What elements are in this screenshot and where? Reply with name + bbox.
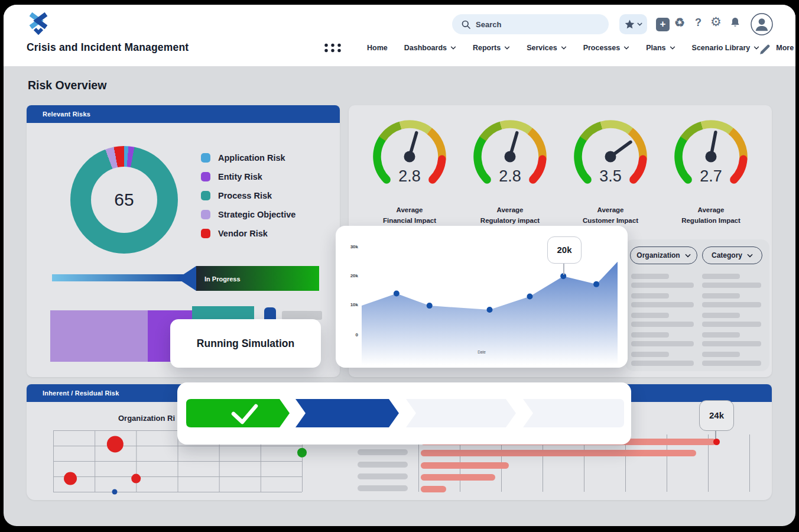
skeleton-bar bbox=[702, 361, 761, 366]
trend-area-chart bbox=[336, 226, 628, 368]
nav-item-processes[interactable]: Processes bbox=[583, 44, 630, 52]
skeleton-bar bbox=[631, 341, 694, 346]
app-title: Crisis and Incident Management bbox=[27, 41, 189, 54]
trend-tooltip: 20k bbox=[547, 236, 582, 264]
nav-item-dashboards[interactable]: Dashboards bbox=[404, 44, 456, 52]
nav-label: Home bbox=[367, 44, 388, 52]
skeleton-bar bbox=[631, 283, 694, 288]
app-logo bbox=[27, 12, 50, 39]
gauge-chart: 3.5 bbox=[566, 117, 655, 203]
nav-label: Plans bbox=[646, 44, 665, 52]
nav-item-home[interactable]: Home bbox=[367, 44, 388, 52]
add-icon[interactable]: + bbox=[656, 18, 670, 31]
residual-bar bbox=[421, 486, 446, 492]
running-simulation-card: Running Simulation bbox=[170, 319, 321, 368]
recycle-icon[interactable]: ♻︎ bbox=[674, 15, 685, 30]
skeleton-bar bbox=[702, 293, 740, 299]
donut-legend: Application RiskEntity RiskProcess RiskS… bbox=[201, 153, 295, 238]
chevron-down-icon bbox=[685, 254, 691, 258]
gauge-average-customer-impact: 3.5AverageCustomer Impact bbox=[560, 117, 661, 226]
gauge-value: 2.8 bbox=[398, 167, 421, 185]
nav-item-plans[interactable]: Plans bbox=[646, 44, 675, 52]
trend-tooltip-connector bbox=[563, 263, 564, 275]
legend-item-process-risk: Process Risk bbox=[201, 190, 295, 200]
skeleton-bar bbox=[702, 332, 740, 338]
nav-label: Dashboards bbox=[404, 44, 447, 52]
notifications-bell-icon[interactable] bbox=[729, 17, 741, 31]
search-input[interactable]: Search bbox=[452, 14, 609, 34]
help-icon[interactable]: ? bbox=[695, 17, 701, 29]
category-dropdown[interactable]: Category bbox=[702, 246, 762, 264]
skeleton-bar bbox=[631, 313, 669, 318]
organization-dropdown[interactable]: Organization bbox=[630, 246, 697, 264]
nav-label: Reports bbox=[473, 44, 501, 52]
nav-item-services[interactable]: Services bbox=[527, 44, 566, 52]
chevron-down-icon bbox=[637, 22, 642, 26]
skeleton-bar bbox=[702, 352, 740, 357]
edit-pencil-icon[interactable] bbox=[758, 43, 772, 59]
skeleton-bar bbox=[631, 274, 669, 279]
legend-label: Application Risk bbox=[218, 153, 285, 163]
favorites-button[interactable] bbox=[619, 14, 647, 34]
legend-label: Vendor Risk bbox=[218, 229, 268, 238]
skeleton-bar bbox=[631, 302, 694, 307]
search-placeholder: Search bbox=[476, 20, 501, 29]
nav-item-scenario-library[interactable]: Scenario Library bbox=[692, 44, 760, 52]
gauge-value: 2.8 bbox=[499, 167, 521, 185]
legend-item-strategic-objective: Strategic Objective bbox=[201, 209, 295, 219]
profile-avatar[interactable] bbox=[751, 13, 773, 38]
donut-center-value: 65 bbox=[114, 190, 134, 210]
organization-dropdown-label: Organization bbox=[636, 251, 680, 259]
gauge-label: AverageRegulatory impact bbox=[480, 205, 540, 226]
bar-value-tooltip: 24k bbox=[699, 400, 734, 431]
bar-label-skeleton bbox=[358, 449, 408, 455]
bar-label-skeleton bbox=[358, 462, 408, 468]
nav-label: Scenario Library bbox=[692, 44, 751, 52]
process-flow-steps bbox=[177, 382, 631, 445]
skeleton-bar bbox=[631, 361, 694, 366]
legend-swatch bbox=[201, 191, 210, 200]
flow-step-complete bbox=[186, 399, 290, 427]
skeleton-bar bbox=[631, 352, 669, 357]
skeleton-bar bbox=[702, 302, 761, 307]
bar-end-marker bbox=[713, 439, 720, 445]
nav-item-more[interactable]: More bbox=[776, 44, 795, 52]
in-progress-ribbon: In Progress bbox=[52, 266, 319, 291]
nav-label: More bbox=[776, 44, 794, 52]
chevron-down-icon bbox=[561, 46, 567, 50]
chevron-down-icon bbox=[450, 46, 456, 50]
skeleton-bar bbox=[631, 332, 669, 338]
gauge-chart: 2.7 bbox=[667, 117, 755, 203]
skeleton-bar bbox=[702, 313, 740, 318]
nav-item-reports[interactable]: Reports bbox=[473, 44, 510, 52]
matrix-chart-title: Organization Ri bbox=[118, 414, 175, 423]
page-title: Risk Overview bbox=[28, 79, 106, 92]
residual-bar bbox=[421, 474, 495, 481]
gauge-value: 2.7 bbox=[700, 167, 722, 185]
panel-header-relevant-risks: Relevant Risks bbox=[27, 105, 340, 123]
main-nav: HomeDashboardsReportsServicesProcessesPl… bbox=[324, 43, 795, 53]
skeleton-bar bbox=[702, 283, 761, 288]
legend-swatch bbox=[201, 210, 210, 219]
chevron-down-icon bbox=[504, 46, 510, 50]
stacked-segment-4 bbox=[282, 311, 322, 320]
running-simulation-label: Running Simulation bbox=[197, 338, 294, 350]
app-window: Crisis and Incident Management Search + … bbox=[4, 5, 795, 526]
chevron-down-icon bbox=[670, 46, 675, 50]
impact-gauges: 2.8AverageFinancial Impact2.8AverageRegu… bbox=[359, 117, 761, 226]
settings-gear-icon[interactable]: ⚙︎ bbox=[710, 15, 722, 29]
chevron-down-icon bbox=[747, 254, 753, 258]
apps-grid-icon[interactable] bbox=[324, 43, 342, 53]
skeleton-bar bbox=[702, 274, 740, 279]
gauge-label: AverageCustomer Impact bbox=[583, 205, 638, 226]
nav-label: Services bbox=[527, 44, 557, 52]
x-axis-label: Date bbox=[336, 350, 628, 354]
legend-label: Process Risk bbox=[218, 191, 272, 200]
legend-swatch bbox=[201, 172, 210, 181]
gauge-label: AverageFinancial Impact bbox=[383, 205, 436, 226]
category-dropdown-label: Category bbox=[712, 251, 742, 259]
favorites-star-icon bbox=[625, 20, 635, 30]
search-icon bbox=[462, 20, 470, 29]
filters-panel: Organization Category bbox=[625, 239, 769, 371]
trend-chart-card: 30k20k10k0 20k Date bbox=[336, 226, 628, 368]
